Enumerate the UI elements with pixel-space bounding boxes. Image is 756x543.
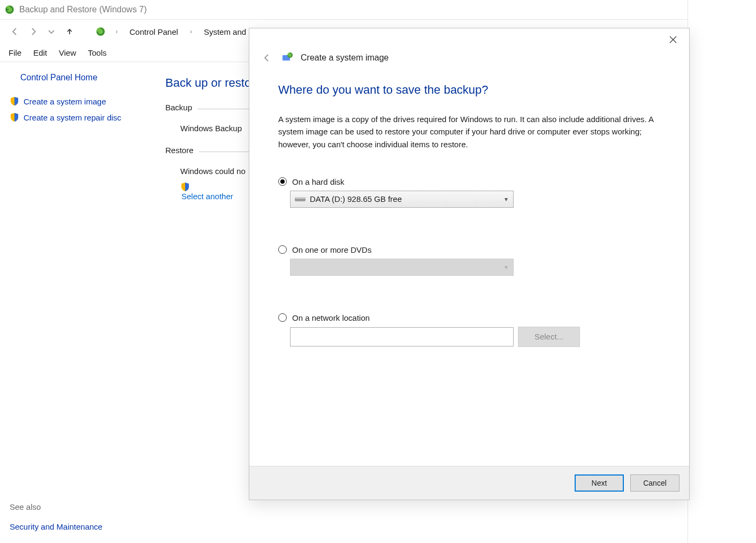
radio-hard-disk[interactable] — [278, 177, 287, 186]
dvd-dropdown: ▾ — [290, 259, 514, 276]
wizard-header: Create a system image — [249, 51, 689, 70]
backup-restore-icon — [4, 4, 15, 15]
sidebar-create-system-image[interactable]: Create a system image — [10, 93, 148, 109]
see-also-label: See also — [10, 502, 148, 511]
chevron-down-icon: ▾ — [505, 195, 508, 203]
windows-backup-text: Windows Backup — [180, 124, 242, 133]
menu-file[interactable]: File — [3, 46, 27, 59]
breadcrumb-sep: › — [116, 28, 118, 35]
radio-hard-disk-label: On a hard disk — [292, 177, 345, 186]
close-button[interactable] — [662, 32, 684, 48]
menu-view[interactable]: View — [54, 46, 81, 59]
nav-up-button[interactable] — [64, 26, 75, 37]
select-another-backup-link[interactable]: Select another — [181, 192, 233, 201]
next-button[interactable]: Next — [575, 474, 624, 492]
option-dvd: On one or more DVDs ▾ — [278, 245, 660, 276]
wizard-footer: Next Cancel — [249, 466, 689, 500]
chevron-down-icon: ▾ — [505, 263, 508, 271]
wizard-back-button[interactable] — [260, 51, 274, 65]
breadcrumb-control-panel[interactable]: Control Panel — [127, 26, 180, 37]
restore-section-label: Restore — [165, 146, 194, 155]
radio-network[interactable] — [278, 313, 287, 322]
shield-icon — [10, 112, 19, 122]
system-image-icon — [281, 52, 293, 64]
radio-dvd[interactable] — [278, 245, 287, 254]
sidebar: Control Panel Home Create a system image… — [0, 62, 158, 543]
nav-back-button[interactable] — [10, 26, 20, 37]
nav-forward-button[interactable] — [28, 26, 39, 37]
create-system-image-wizard: Create a system image Where do you want … — [249, 28, 690, 500]
network-path-input[interactable] — [290, 327, 514, 346]
wizard-heading: Where do you want to save the backup? — [278, 83, 660, 97]
sidebar-item-label: Create a system image — [24, 97, 106, 106]
network-select-button: Select... — [518, 327, 580, 347]
sidebar-create-repair-disc[interactable]: Create a system repair disc — [10, 109, 148, 125]
control-panel-home-link[interactable]: Control Panel Home — [10, 73, 148, 82]
window-title: Backup and Restore (Windows 7) — [19, 5, 147, 14]
breadcrumb-icon — [95, 26, 106, 37]
cancel-button[interactable]: Cancel — [630, 474, 679, 492]
shield-icon — [10, 96, 19, 106]
hard-disk-dropdown[interactable]: DATA (D:) 928.65 GB free ▾ — [290, 191, 514, 208]
backup-section-label: Backup — [165, 103, 192, 112]
see-also-security-maintenance[interactable]: Security and Maintenance — [10, 520, 148, 533]
option-hard-disk: On a hard disk DATA (D:) 928.65 GB free … — [278, 177, 660, 208]
nav-recent-dropdown[interactable] — [46, 26, 57, 37]
breadcrumb-sep: › — [190, 28, 192, 35]
radio-network-label: On a network location — [292, 313, 370, 322]
menu-tools[interactable]: Tools — [82, 46, 112, 59]
radio-dvd-label: On one or more DVDs — [292, 245, 371, 254]
wizard-description: A system image is a copy of the drives r… — [278, 113, 660, 150]
option-network: On a network location Select... — [278, 313, 660, 347]
wizard-content: Where do you want to save the backup? A … — [249, 70, 689, 466]
menu-edit[interactable]: Edit — [28, 46, 52, 59]
wizard-titlebar — [249, 28, 689, 51]
window-titlebar: Backup and Restore (Windows 7) — [0, 0, 688, 20]
drive-icon — [295, 195, 306, 203]
hard-disk-selected-value: DATA (D:) 928.65 GB free — [310, 194, 402, 203]
sidebar-item-label: Create a system repair disc — [24, 113, 121, 122]
see-also-section: See also Security and Maintenance — [10, 502, 148, 533]
svg-rect-5 — [295, 197, 306, 199]
wizard-title: Create a system image — [301, 53, 389, 63]
